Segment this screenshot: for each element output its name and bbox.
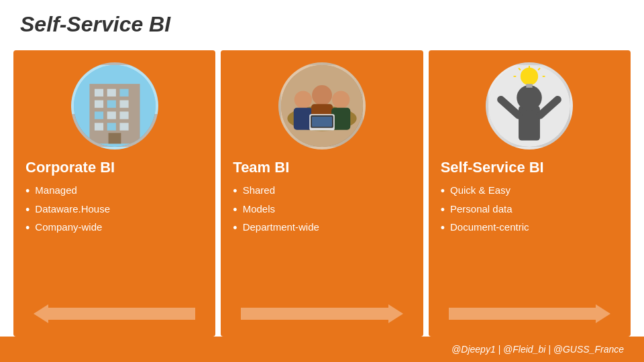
svg-rect-6 xyxy=(107,101,115,108)
arrow-body xyxy=(48,308,195,320)
bullet-dot: • xyxy=(233,221,237,236)
arrow-chevron-right-2 xyxy=(596,304,610,323)
team-bullet-3-text: Department-wide xyxy=(243,221,319,233)
arrow-chevron-right xyxy=(388,304,403,323)
team-bullets: • Shared • Models • Department-wide xyxy=(221,184,331,240)
arrow-right-2 xyxy=(449,304,610,323)
arrow-right xyxy=(241,304,402,323)
team-bullet-3: • Department-wide xyxy=(233,221,319,236)
svg-rect-13 xyxy=(119,123,128,130)
bullet-dot: • xyxy=(441,203,445,218)
team-bullet-1: • Shared xyxy=(233,184,319,199)
card-team-image-area xyxy=(221,50,423,159)
selfservice-bullets: • Quick & Easy • Personal data • Documen… xyxy=(429,184,541,240)
svg-point-19 xyxy=(312,85,332,105)
bullet-dot: • xyxy=(233,184,237,199)
corporate-arrow xyxy=(13,294,215,323)
person-illustration xyxy=(488,65,570,147)
bullet-dot: • xyxy=(441,184,445,199)
selfservice-bullet-2: • Personal data xyxy=(441,203,529,218)
svg-rect-10 xyxy=(119,111,128,119)
svg-rect-12 xyxy=(107,123,115,130)
corporate-bullet-2: • Dataware.House xyxy=(25,203,110,218)
svg-rect-9 xyxy=(107,111,115,119)
svg-rect-7 xyxy=(119,101,128,108)
team-bullet-2: • Models xyxy=(233,203,319,218)
card-corporate: Corporate BI • Managed • Dataware.House … xyxy=(13,50,215,337)
bullet-dot: • xyxy=(25,203,30,218)
svg-point-21 xyxy=(332,90,350,108)
svg-rect-4 xyxy=(119,89,128,97)
team-illustration xyxy=(281,65,363,147)
team-arrow xyxy=(221,294,423,323)
bullet-dot: • xyxy=(25,221,30,236)
svg-rect-2 xyxy=(95,89,103,97)
arrow-chevron-left xyxy=(34,304,48,323)
svg-rect-27 xyxy=(519,106,540,141)
arrow-body xyxy=(241,308,388,320)
team-title: Team BI xyxy=(221,159,301,184)
selfservice-bullet-1: • Quick & Easy xyxy=(441,184,529,199)
svg-rect-5 xyxy=(95,101,103,108)
svg-rect-8 xyxy=(95,111,103,119)
team-image xyxy=(278,62,366,149)
selfservice-bullet-3-text: Document-centric xyxy=(450,221,529,233)
selfservice-bullet-3: • Document-centric xyxy=(441,221,529,236)
arrow-body xyxy=(449,308,596,320)
footer: @Djeepy1 | @Fleid_bi | @GUSS_France xyxy=(0,337,644,362)
arrow-left xyxy=(34,304,195,323)
card-team: Team BI • Shared • Models • Department-w… xyxy=(221,50,423,337)
corporate-bullet-3-text: Company-wide xyxy=(35,221,102,233)
svg-rect-11 xyxy=(95,123,103,130)
svg-rect-3 xyxy=(107,89,115,97)
building-illustration xyxy=(74,65,156,147)
card-selfservice-image-area xyxy=(429,50,631,159)
card-corporate-image-area xyxy=(13,50,215,159)
corporate-image xyxy=(71,62,158,149)
card-selfservice: Self-Service BI • Quick & Easy • Persona… xyxy=(429,50,631,337)
selfservice-title: Self-Service BI xyxy=(429,159,556,184)
corporate-bullet-2-text: Dataware.House xyxy=(35,203,110,215)
corporate-bullet-3: • Company-wide xyxy=(25,221,110,236)
main-content: Corporate BI • Managed • Dataware.House … xyxy=(0,44,644,337)
page: Self-Service BI xyxy=(0,0,644,362)
selfservice-image xyxy=(486,62,573,149)
corporate-bullet-1: • Managed xyxy=(25,184,110,199)
svg-point-31 xyxy=(521,68,538,85)
selfservice-bullet-2-text: Personal data xyxy=(450,203,513,215)
footer-text: @Djeepy1 | @Fleid_bi | @GUSS_France xyxy=(451,344,624,355)
corporate-bullets: • Managed • Dataware.House • Company-wid… xyxy=(13,184,122,240)
corporate-bullet-1-text: Managed xyxy=(35,184,77,196)
bullet-dot: • xyxy=(25,184,30,199)
corporate-title: Corporate BI xyxy=(13,159,127,184)
selfservice-bullet-1-text: Quick & Easy xyxy=(450,184,511,196)
team-bullet-1-text: Shared xyxy=(243,184,275,196)
team-bullet-2-text: Models xyxy=(243,203,275,215)
svg-rect-32 xyxy=(527,84,533,88)
svg-point-28 xyxy=(517,85,543,111)
selfservice-arrow xyxy=(429,294,631,323)
header: Self-Service BI xyxy=(0,0,644,44)
svg-point-17 xyxy=(294,90,312,108)
page-title: Self-Service BI xyxy=(20,12,624,37)
bullet-dot: • xyxy=(233,203,237,218)
bullet-dot: • xyxy=(441,221,445,236)
svg-rect-14 xyxy=(108,133,121,143)
svg-rect-25 xyxy=(312,117,332,127)
